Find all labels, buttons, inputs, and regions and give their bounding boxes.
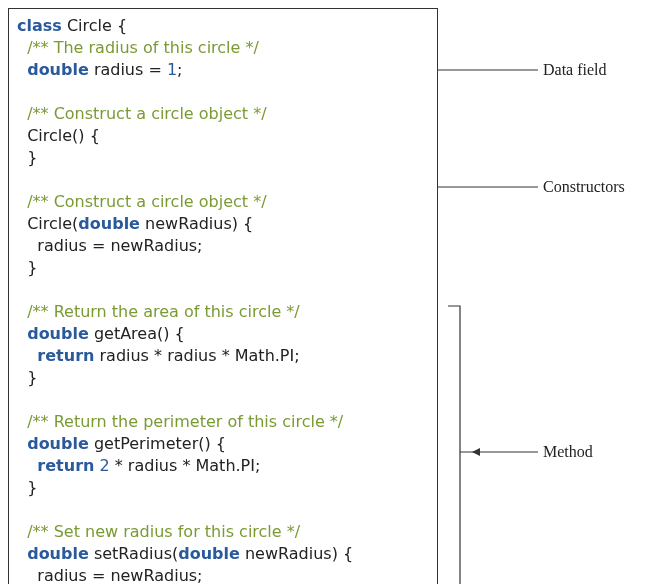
code-text: getPerimeter() {: [89, 434, 226, 453]
code-text: radius = newRadius;: [17, 566, 203, 584]
code-text: }: [17, 368, 37, 387]
literal: 2: [100, 456, 110, 475]
kw-double: double: [27, 60, 89, 79]
code-listing: class Circle { /** The radius of this ci…: [17, 15, 429, 584]
kw-double: double: [27, 544, 89, 563]
code-text: }: [17, 148, 37, 167]
code-text: radius * radius * Math.PI;: [94, 346, 299, 365]
kw-double: double: [27, 324, 89, 343]
code-text: [17, 434, 27, 453]
label-data-field: Data field: [543, 61, 607, 79]
kw-double: double: [178, 544, 240, 563]
code-text: Circle {: [62, 16, 127, 35]
label-constructors: Constructors: [543, 178, 625, 196]
code-text: }: [17, 258, 37, 277]
code-text: [17, 412, 27, 431]
comment: /** Construct a circle object */: [27, 192, 266, 211]
code-text: [17, 192, 27, 211]
kw-return: return: [37, 346, 94, 365]
comment: /** Return the perimeter of this circle …: [27, 412, 343, 431]
code-text: Circle(: [17, 214, 78, 233]
comment: /** Set new radius for this circle */: [27, 522, 300, 541]
code-text: radius =: [89, 60, 167, 79]
code-text: getArea() {: [89, 324, 185, 343]
code-text: newRadius) {: [140, 214, 253, 233]
code-text: Circle() {: [17, 126, 100, 145]
kw-return: return: [37, 456, 94, 475]
svg-marker-5: [472, 448, 480, 456]
figure-wrapper: class Circle { /** The radius of this ci…: [8, 8, 643, 584]
code-text: [17, 522, 27, 541]
kw-double: double: [78, 214, 140, 233]
code-text: setRadius(: [89, 544, 178, 563]
comment: /** Return the area of this circle */: [27, 302, 300, 321]
code-text: [17, 544, 27, 563]
code-text: ;: [177, 60, 182, 79]
code-text: [17, 302, 27, 321]
annotation-svg: [438, 8, 648, 584]
comment: /** Construct a circle object */: [27, 104, 266, 123]
kw-double: double: [27, 434, 89, 453]
literal: 1: [167, 60, 177, 79]
code-text: [17, 38, 27, 57]
annotation-panel: Data field Constructors Method: [438, 8, 643, 584]
code-text: }: [17, 478, 37, 497]
code-text: [17, 456, 37, 475]
code-text: [17, 104, 27, 123]
code-text: * radius * Math.PI;: [110, 456, 261, 475]
code-text: radius = newRadius;: [17, 236, 203, 255]
kw-class: class: [17, 16, 62, 35]
code-box: class Circle { /** The radius of this ci…: [8, 8, 438, 584]
comment: /** The radius of this circle */: [27, 38, 259, 57]
code-text: [17, 324, 27, 343]
label-method: Method: [543, 443, 593, 461]
code-text: newRadius) {: [240, 544, 353, 563]
code-text: [17, 346, 37, 365]
code-text: [17, 60, 27, 79]
